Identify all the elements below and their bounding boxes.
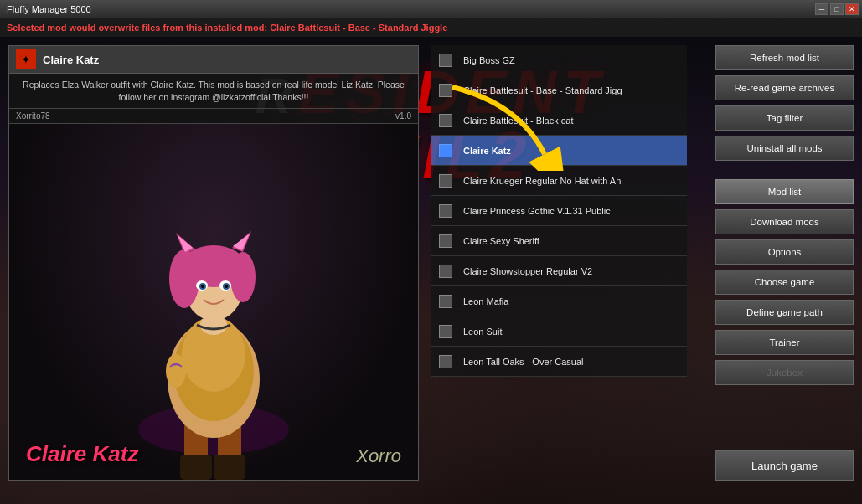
mod-item-name: Claire Sexy Sheriff: [460, 236, 687, 246]
mod-checkbox[interactable]: [439, 234, 452, 248]
mod-icon: ✦: [16, 49, 36, 69]
mod-title: Claire Katz: [43, 54, 99, 66]
refresh-mod-list-button[interactable]: Refresh mod list: [715, 45, 854, 70]
mod-item-name: Claire Princess Gothic V.1.31 Public: [460, 206, 687, 216]
mod-list-item[interactable]: Big Boss GZ: [431, 45, 687, 75]
mod-item-name: Claire Katz: [460, 146, 687, 156]
mod-version: v1.0: [395, 111, 411, 121]
mod-list-item[interactable]: Claire Sexy Sheriff: [431, 226, 687, 256]
trainer-button[interactable]: Trainer: [715, 330, 854, 355]
mod-list-item[interactable]: Claire Princess Gothic V.1.31 Public: [431, 196, 687, 226]
maximize-button[interactable]: □: [830, 3, 844, 15]
close-button[interactable]: ✕: [845, 3, 859, 15]
mod-item-name: Claire Battlesuit - Base - Standard Jigg: [460, 85, 687, 95]
mod-checkbox-area[interactable]: [431, 265, 460, 278]
choose-game-button[interactable]: Choose game: [715, 270, 854, 295]
mod-checkbox-area[interactable]: [431, 325, 460, 338]
svg-point-13: [230, 252, 256, 302]
mod-item-name: Claire Showstopper Regular V2: [460, 266, 687, 276]
re-read-game-archives-button[interactable]: Re-read game archives: [715, 75, 854, 100]
download-mods-button[interactable]: Download mods: [715, 209, 854, 234]
mod-checkbox-area[interactable]: [431, 234, 460, 248]
char-illustration: Claire Katz Xorro: [9, 124, 418, 480]
mod-list-item[interactable]: Leon Tall Oaks - Over Casual: [431, 347, 687, 377]
mod-item-name: Leon Mafia: [460, 296, 687, 306]
options-button[interactable]: Options: [715, 239, 854, 265]
mod-checkbox[interactable]: [439, 114, 452, 127]
mod-info-panel: ✦ Claire Katz Replaces Elza Walker outfi…: [8, 45, 419, 481]
mod-checkbox[interactable]: [439, 355, 452, 368]
minimize-button[interactable]: ─: [815, 3, 828, 15]
mod-item-name: Big Boss GZ: [460, 55, 687, 65]
app-title: Fluffy Manager 5000: [7, 4, 91, 14]
svg-point-24: [166, 354, 186, 388]
char-watermark: Xorro: [356, 445, 401, 467]
mod-checkbox[interactable]: [439, 295, 452, 308]
svg-point-22: [201, 285, 204, 288]
mod-item-name: Leon Suit: [460, 327, 687, 337]
mod-description: Replaces Elza Walker outfit with Claire …: [9, 74, 418, 109]
mod-list-panel: Big Boss GZClaire Battlesuit - Base - St…: [431, 45, 687, 481]
window-controls: ─ □ ✕: [815, 3, 859, 15]
svg-rect-4: [214, 455, 245, 480]
svg-point-12: [169, 249, 199, 308]
mod-checkbox-area[interactable]: [431, 295, 460, 308]
tag-filter-button[interactable]: Tag filter: [715, 105, 854, 131]
mod-checkbox-area[interactable]: [431, 144, 460, 157]
mod-info-header: ✦ Claire Katz: [9, 46, 418, 74]
mod-checkbox-area[interactable]: [431, 54, 460, 67]
mod-checkbox-area[interactable]: [431, 355, 460, 368]
mod-list-item[interactable]: Leon Suit: [431, 316, 687, 347]
mod-item-name: Leon Tall Oaks - Over Casual: [460, 357, 687, 367]
launch-game-button[interactable]: Launch game: [715, 450, 854, 481]
mod-checkbox[interactable]: [439, 144, 452, 157]
title-bar: Fluffy Manager 5000 ─ □ ✕: [0, 0, 862, 18]
mod-author: Xorrito78: [16, 111, 50, 121]
mod-list-scroll[interactable]: Big Boss GZClaire Battlesuit - Base - St…: [431, 45, 687, 481]
char-name-overlay: Claire Katz: [26, 441, 138, 467]
mod-checkbox[interactable]: [439, 204, 452, 218]
warning-banner: Selected mod would overwrite files from …: [0, 18, 862, 37]
mod-list-item[interactable]: Claire Krueger Regular No Hat with An: [431, 166, 687, 196]
mod-checkbox[interactable]: [439, 84, 452, 97]
svg-rect-3: [180, 455, 212, 480]
character-svg: [105, 178, 323, 480]
mod-list-item[interactable]: Claire Battlesuit - Black cat: [431, 105, 687, 136]
mod-checkbox[interactable]: [439, 265, 452, 278]
define-game-path-button[interactable]: Define game path: [715, 300, 854, 325]
mod-item-name: Claire Krueger Regular No Hat with An: [460, 176, 687, 186]
mod-checkbox-area[interactable]: [431, 114, 460, 127]
mod-list-item[interactable]: Claire Katz: [431, 136, 687, 166]
mod-author-row: Xorrito78 v1.0: [9, 109, 418, 124]
mod-checkbox-area[interactable]: [431, 204, 460, 218]
mod-item-name: Claire Battlesuit - Black cat: [460, 116, 687, 126]
background-area: RESIDENT EVIL2 ✦ Claire Katz Replaces El…: [0, 37, 862, 504]
mod-icon-symbol: ✦: [21, 53, 31, 66]
right-action-panel: Refresh mod list Re-read game archives T…: [715, 45, 854, 481]
mod-list-button[interactable]: Mod list: [715, 179, 854, 204]
warning-text: Selected mod would overwrite files from …: [7, 23, 447, 33]
mod-image-panel: Claire Katz Xorro: [9, 124, 418, 480]
mod-checkbox-area[interactable]: [431, 84, 460, 97]
mod-checkbox[interactable]: [439, 54, 452, 67]
mod-list-item[interactable]: Claire Showstopper Regular V2: [431, 256, 687, 286]
mod-list-item[interactable]: Leon Mafia: [431, 286, 687, 316]
svg-point-23: [225, 285, 228, 288]
jukebox-button[interactable]: Jukebox: [715, 360, 854, 385]
mod-list-item[interactable]: Claire Battlesuit - Base - Standard Jigg: [431, 75, 687, 105]
mod-checkbox[interactable]: [439, 325, 452, 338]
mod-checkbox[interactable]: [439, 174, 452, 188]
mod-checkbox-area[interactable]: [431, 174, 460, 188]
uninstall-all-mods-button[interactable]: Uninstall all mods: [715, 136, 854, 161]
